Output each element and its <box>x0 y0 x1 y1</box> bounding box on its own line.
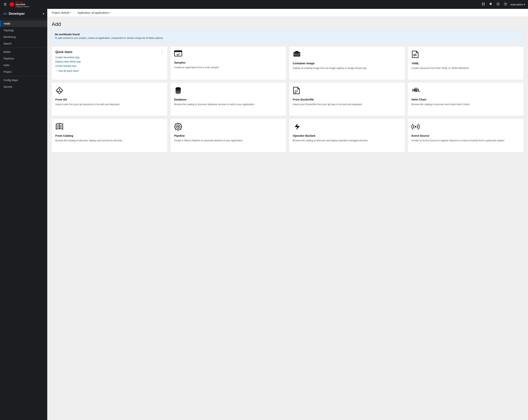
alert-body: To add content to your project, create a… <box>55 37 520 39</box>
container-image-card[interactable]: Container Image Deploy an existing image… <box>289 47 405 80</box>
redhat-logo-icon <box>9 2 14 7</box>
perspective-switcher[interactable]: </> Developer ▾ <box>0 9 47 19</box>
pipeline-icon <box>174 123 282 132</box>
sidebar-item-builds[interactable]: Builds <box>0 49 47 55</box>
quick-starts-header: Quick starts ⋮ <box>55 50 164 54</box>
sidebar-item-search[interactable]: Search <box>0 40 47 47</box>
app-label: Application: all applications <box>78 11 108 14</box>
from-dockerfile-desc: Import your Dockerfile from your git rep… <box>293 102 401 106</box>
project-selector[interactable]: Project: default ▾ <box>52 11 71 14</box>
helm-chart-card[interactable]: HELM <box>408 83 524 116</box>
yaml-desc: Create resources from their YAML or JSON… <box>411 66 520 70</box>
sidebar-item-topology[interactable]: Topology <box>0 27 47 34</box>
from-git-desc: Import code from your git repository to … <box>55 102 164 106</box>
see-all-arrow: → <box>55 69 58 72</box>
svg-rect-36 <box>178 123 179 124</box>
svg-rect-22 <box>295 90 296 91</box>
event-source-title: Event Source <box>411 134 520 137</box>
helm-chart-desc: Browse the catalog to discover and insta… <box>411 102 520 106</box>
app-grid-button[interactable] <box>481 2 486 7</box>
samples-card[interactable]: Samples Create an application from a cod… <box>170 47 286 80</box>
from-dockerfile-card[interactable]: From Dockerfile Import your Dockerfile f… <box>289 83 405 116</box>
rh-logo-text: Red Hat OpenShift Container Platform <box>15 1 29 8</box>
sidebar-nav: +Add Topology Monitoring Search Builds P… <box>0 19 47 92</box>
see-all-label: See all quick starts <box>59 69 79 72</box>
svg-point-44 <box>415 126 416 127</box>
sidebar-divider-2 <box>0 76 47 76</box>
sidebar-item-pipelines[interactable]: Pipelines <box>0 55 47 62</box>
from-catalog-desc: Browse the catalog to discover, deploy a… <box>55 139 164 142</box>
container-image-title: Container Image <box>293 62 401 65</box>
svg-rect-38 <box>174 126 175 127</box>
operator-icon-svg <box>293 123 301 131</box>
no-workloads-alert: No workloads found To add content to you… <box>52 30 524 42</box>
from-catalog-card[interactable]: From Catalog Browse the catalog to disco… <box>52 119 168 152</box>
page-content: Add No workloads found To add content to… <box>47 17 528 420</box>
from-catalog-icon <box>55 123 164 132</box>
database-title: Database <box>174 98 282 101</box>
operator-backed-icon <box>293 123 401 132</box>
pipeline-icon-svg <box>174 123 182 131</box>
selector-separator: | <box>74 11 74 14</box>
sidebar-item-project[interactable]: Project <box>0 69 47 75</box>
svg-point-35 <box>177 126 179 127</box>
user-menu-button[interactable]: kube:admin ▾ <box>511 3 525 6</box>
operator-backed-desc: Browse the catalog to discover and deplo… <box>293 139 401 142</box>
grid-icon <box>482 3 485 6</box>
quick-starts-card[interactable]: Quick starts ⋮ Create Serverless App Dep… <box>52 47 168 80</box>
sidebar-item-add[interactable]: +Add <box>0 20 47 27</box>
app-dropdown-arrow: ▾ <box>109 12 110 14</box>
event-source-desc: Create an Event Source to register inter… <box>411 139 520 142</box>
git-icon-svg <box>55 86 63 95</box>
user-menu-arrow: ▾ <box>524 3 525 6</box>
container-image-desc: Deploy an existing image from an image r… <box>293 66 401 70</box>
container-image-icon <box>293 50 401 60</box>
event-source-card[interactable]: Event Source Create an Event Source to r… <box>408 119 524 152</box>
top-navigation: ☰ Red Hat OpenShift Container Platform <box>0 0 528 9</box>
page-title: Add <box>52 21 524 27</box>
container-icon-svg <box>293 50 301 58</box>
quick-start-link-serverless[interactable]: Create Serverless App <box>55 56 164 59</box>
sidebar-item-monitoring[interactable]: Monitoring <box>0 34 47 40</box>
quick-start-link-sample[interactable]: Create Sample App <box>55 64 164 67</box>
svg-point-6 <box>504 3 507 5</box>
project-dropdown-arrow: ▾ <box>70 12 71 14</box>
help-button[interactable] <box>503 2 508 7</box>
alert-title: No workloads found <box>55 33 520 36</box>
svg-point-7 <box>505 5 505 5</box>
pipeline-title: Pipeline <box>174 134 282 137</box>
svg-rect-4 <box>484 4 485 5</box>
helm-chart-title: Helm Chart <box>411 98 520 101</box>
plus-circle-icon <box>497 3 500 6</box>
notifications-button[interactable] <box>489 2 493 7</box>
perspective-arrow: ▾ <box>43 12 44 15</box>
add-button[interactable] <box>496 2 500 7</box>
quick-starts-menu-button[interactable]: ⋮ <box>161 50 164 54</box>
from-dockerfile-title: From Dockerfile <box>293 98 401 101</box>
samples-icon-svg <box>174 50 182 58</box>
quick-starts-title: Quick starts <box>55 50 72 54</box>
sidebar-item-secrets[interactable]: Secrets <box>0 84 47 90</box>
yaml-card[interactable]: YAML Create resources from their YAML or… <box>408 47 524 80</box>
hamburger-menu-button[interactable]: ☰ <box>3 2 7 7</box>
project-label: Project: default <box>52 11 69 14</box>
database-card[interactable]: Database Browse the catalog to discover … <box>170 83 286 116</box>
from-git-card[interactable]: From Git Import code from your git repos… <box>52 83 168 116</box>
main-layout: </> Developer ▾ +Add Topology Monitoring… <box>0 9 528 420</box>
operator-backed-card[interactable]: Operator Backed Browse the catalog to di… <box>289 119 405 152</box>
svg-rect-3 <box>482 4 483 5</box>
sub-header: Project: default ▾ | Application: all ap… <box>47 9 528 17</box>
application-selector[interactable]: Application: all applications ▾ <box>78 11 110 14</box>
sidebar-item-configmaps[interactable]: Config Maps <box>0 77 47 84</box>
pipeline-card[interactable]: Pipeline Create a Tekton Pipeline to aut… <box>170 119 286 152</box>
svg-rect-1 <box>482 3 483 4</box>
from-catalog-title: From Catalog <box>55 134 164 137</box>
perspective-label: Developer <box>9 12 25 16</box>
yaml-icon <box>411 50 520 60</box>
quick-start-link-helloworld[interactable]: Deploy Hello World App <box>55 60 164 63</box>
from-dockerfile-icon <box>293 86 401 96</box>
see-all-quick-starts-link[interactable]: → See all quick starts <box>55 69 164 72</box>
sidebar-item-helm[interactable]: Helm <box>0 62 47 69</box>
samples-icon <box>174 50 282 59</box>
yaml-icon-svg <box>411 50 419 58</box>
